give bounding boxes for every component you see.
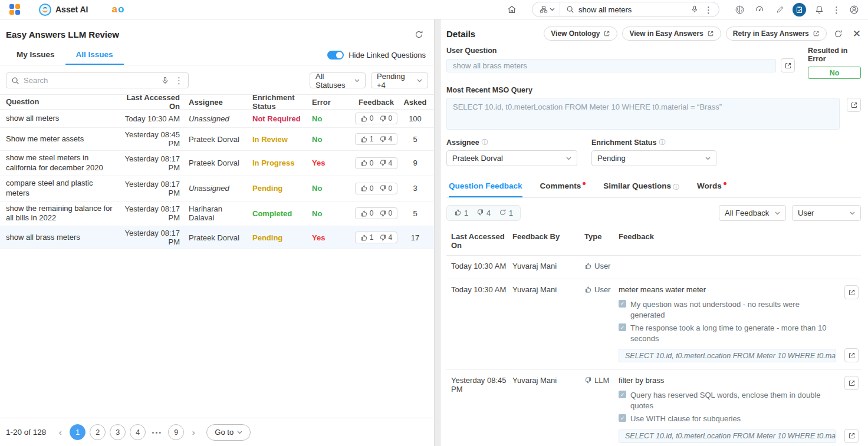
feedback-counts-button[interactable]: 00 <box>355 207 397 219</box>
tab-similar-questions[interactable]: Similar Questionsⓘ <box>603 177 679 197</box>
feedback-type-dropdown[interactable]: All Feedback <box>719 205 786 221</box>
feedback-text: meter means water meter <box>619 285 836 294</box>
thumbs-up-count: 1 <box>360 233 374 242</box>
account-icon[interactable] <box>847 2 861 16</box>
search-options-kebab-icon[interactable]: ⋮ <box>704 5 713 14</box>
thumbs-down-count[interactable]: 4 <box>476 209 491 218</box>
resulted-in-error-label: Resulted in Error <box>808 47 861 63</box>
table-row[interactable]: compare steel and plastic metersYesterda… <box>0 176 434 201</box>
feedback-counts-button[interactable]: 00 <box>355 113 397 124</box>
page-button[interactable]: 3 <box>110 424 126 440</box>
checkbox-label: My question was not understood - no resu… <box>630 299 836 320</box>
browser-search-bar[interactable]: show all meters ⋮ <box>532 2 719 17</box>
resulted-in-error-value[interactable]: No <box>808 67 861 79</box>
open-feedback-button[interactable] <box>844 376 859 390</box>
thumbs-down-count: 4 <box>379 233 393 242</box>
feedback-counts-button[interactable]: 14 <box>355 133 397 145</box>
expand-user-question-button[interactable] <box>781 58 795 72</box>
bell-icon[interactable] <box>812 2 826 16</box>
search-query-text[interactable]: show all meters <box>578 5 685 14</box>
table-row[interactable]: show me steel meters in california for d… <box>0 151 434 176</box>
page-button[interactable]: 4 <box>130 424 146 440</box>
mic-icon[interactable] <box>689 2 700 16</box>
checkbox-checked[interactable]: ✓ <box>619 300 626 308</box>
tab-group-switcher[interactable] <box>532 2 560 16</box>
assignee-dropdown[interactable]: Prateek Dorval <box>446 150 577 166</box>
asked-count-cell: 5 <box>402 209 428 218</box>
feedback-cell <box>619 262 842 272</box>
feedback-tags-list: ✓My question was not understood - no res… <box>619 299 836 343</box>
assignee-cell: Unassigned <box>180 114 245 123</box>
tab-my-issues[interactable]: My Issues <box>6 45 65 65</box>
feedback-tag: ✓The response took a long time to genera… <box>619 323 836 343</box>
asset-ai-brand[interactable]: Asset AI <box>39 4 88 16</box>
brain-icon[interactable] <box>732 2 747 16</box>
feedback-counts-button[interactable]: 14 <box>355 232 397 243</box>
pen-icon[interactable] <box>772 2 787 16</box>
feedback-counts-button[interactable]: 00 <box>355 183 397 194</box>
thumbs-up-count: 0 <box>360 184 374 193</box>
table-row[interactable]: show the remaining balance for all bills… <box>0 201 434 227</box>
goto-page-dropdown[interactable]: Go to <box>206 424 251 441</box>
next-page-button[interactable]: › <box>188 427 199 437</box>
mso-query-textarea[interactable]: SELECT 10.id, t0.meterLocation FROM Mete… <box>446 98 840 130</box>
asked-count-cell: 17 <box>402 233 428 242</box>
col-asked: Asked <box>402 98 428 107</box>
type-cell: User <box>584 262 619 272</box>
table-row[interactable]: Show me meter assetsYesterday 08:45 PMPr… <box>0 128 434 151</box>
app-grid-icon[interactable] <box>9 4 20 15</box>
checkbox-checked[interactable]: ✓ <box>619 414 626 422</box>
status-filter-dropdown[interactable]: All Statuses <box>310 72 366 88</box>
type-cell: User <box>584 285 619 362</box>
search-input[interactable]: Search ⋮ <box>6 72 189 88</box>
open-query-button[interactable] <box>844 348 859 362</box>
retry-in-easy-answers-button[interactable]: Retry in Easy Answers <box>726 27 827 41</box>
checkbox-checked[interactable]: ✓ <box>619 391 626 398</box>
tab-comments[interactable]: Comments <box>540 177 586 197</box>
tab-words[interactable]: Words <box>697 177 726 197</box>
enrichment-filter-dropdown[interactable]: Pending +4 <box>371 72 428 88</box>
assignee-label: Assignee <box>446 138 479 147</box>
ao-logo-icon[interactable]: ao <box>112 4 125 15</box>
page-button[interactable]: 9 <box>168 424 184 440</box>
error-cell: No <box>311 184 350 193</box>
open-feedback-button[interactable] <box>844 285 859 299</box>
search-kebab-icon[interactable]: ⋮ <box>175 76 183 85</box>
browser-menu-kebab-icon[interactable]: ⋮ <box>832 5 841 14</box>
table-row[interactable]: show all metersToday 10:30 AMUnassignedN… <box>0 110 434 128</box>
asked-count-cell: 100 <box>402 114 428 123</box>
table-row[interactable]: show all brass metersYesterday 08:17 PMP… <box>0 226 434 249</box>
mic-icon[interactable] <box>160 74 170 88</box>
type-label: User <box>594 262 610 270</box>
expand-mso-query-button[interactable] <box>847 98 861 112</box>
tab-question-feedback[interactable]: Question Feedback <box>449 177 522 197</box>
question-cell: compare steel and plastic meters <box>6 179 121 199</box>
feedback-by-dropdown[interactable]: User <box>792 205 861 221</box>
thumbs-up-count: 0 <box>360 209 374 217</box>
home-icon[interactable] <box>505 2 519 16</box>
sql-query-box[interactable]: SELECT 10.id, t0.meterLocation FROM Mete… <box>619 430 836 443</box>
thumbs-up-count: 1 <box>360 135 374 143</box>
refresh-icon[interactable] <box>831 27 846 41</box>
page-button[interactable]: 2 <box>90 424 106 440</box>
clipboard-check-icon[interactable] <box>793 3 806 16</box>
close-icon[interactable]: ✕ <box>853 28 861 40</box>
page-button[interactable]: 1 <box>70 424 86 440</box>
gauge-icon[interactable] <box>752 2 767 16</box>
user-question-input[interactable]: show all brass meters <box>446 59 776 72</box>
chevron-down-icon <box>566 157 571 160</box>
sql-query-box[interactable]: SELECT 10.id, t0.meterLocation FROM Mete… <box>619 349 836 362</box>
open-query-button[interactable] <box>844 429 859 443</box>
tab-all-issues[interactable]: All Issues <box>65 45 124 65</box>
hide-linked-questions-toggle[interactable] <box>327 51 344 60</box>
checkbox-checked[interactable]: ✓ <box>619 323 626 331</box>
prev-page-button[interactable]: ‹ <box>54 427 66 437</box>
feedback-counts-button[interactable]: 04 <box>355 157 397 169</box>
retry-count[interactable]: 1 <box>499 209 513 218</box>
enrichment-status-dropdown[interactable]: Pending <box>591 150 716 166</box>
thumbs-up-count[interactable]: 1 <box>454 209 468 218</box>
view-in-easy-answers-button[interactable]: View in Easy Answers <box>622 27 721 41</box>
sitemap-icon <box>540 5 548 14</box>
view-ontology-button[interactable]: View Ontology <box>544 27 617 41</box>
refresh-icon[interactable] <box>412 27 426 41</box>
